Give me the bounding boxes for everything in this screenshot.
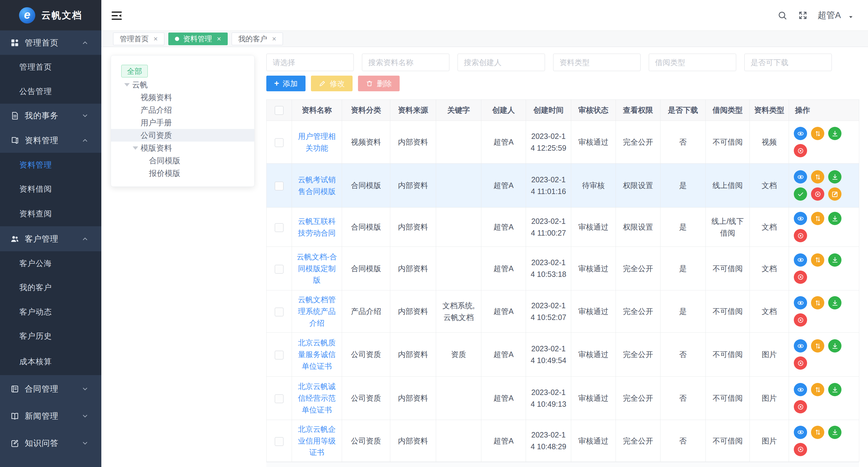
delete-row-button[interactable] — [794, 313, 807, 327]
tree-node[interactable]: 云帆 — [111, 78, 254, 91]
approve-button[interactable] — [794, 188, 807, 201]
row-checkbox[interactable] — [275, 223, 283, 232]
edit-button[interactable]: 修改 — [311, 76, 352, 91]
search-icon[interactable] — [777, 10, 788, 21]
tree-node[interactable]: 公司资质 — [111, 129, 254, 142]
delete-row-button[interactable] — [794, 443, 807, 456]
download-button[interactable] — [828, 127, 841, 140]
row-checkbox[interactable] — [275, 437, 283, 446]
download-button[interactable] — [828, 170, 841, 184]
tree-node[interactable]: 合同模版 — [111, 154, 254, 167]
chevron-down-icon[interactable] — [847, 13, 854, 20]
adjust-button[interactable] — [811, 170, 824, 184]
adjust-button[interactable] — [811, 296, 824, 309]
tab-my-customers[interactable]: 我的客户× — [231, 33, 283, 45]
tree-caret-icon[interactable] — [133, 146, 141, 150]
chevron-down-icon — [82, 112, 89, 119]
view-button[interactable] — [794, 426, 807, 439]
filter-creator-search[interactable] — [458, 54, 545, 71]
tab-close-icon[interactable]: × — [217, 35, 221, 43]
adjust-button[interactable] — [811, 127, 824, 140]
view-button[interactable] — [794, 127, 807, 140]
download-button[interactable] — [828, 339, 841, 353]
view-button[interactable] — [794, 170, 807, 184]
adjust-button[interactable] — [811, 339, 824, 353]
view-button[interactable] — [794, 296, 807, 309]
delete-row-button[interactable] — [794, 144, 807, 157]
sidebar-item-my-customers[interactable]: 我的客户 — [0, 275, 101, 300]
adjust-button[interactable] — [811, 212, 824, 225]
sidebar-item-document-management[interactable]: 资料管理 — [0, 128, 101, 153]
tree-caret-icon[interactable] — [124, 83, 132, 87]
delete-row-button[interactable] — [811, 188, 824, 201]
filter-doc-name-search[interactable] — [362, 54, 450, 71]
sidebar-item-customer-history[interactable]: 客户历史 — [0, 324, 101, 348]
tree-node[interactable]: 用户手册 — [111, 116, 254, 129]
download-button[interactable] — [828, 254, 841, 267]
delete-row-button[interactable] — [794, 229, 807, 242]
doc-name-link[interactable]: 云帆文档-合同模版定制版 — [297, 253, 337, 285]
download-button[interactable] — [828, 212, 841, 225]
doc-name-link[interactable]: 云帆考试销售合同模版 — [298, 175, 336, 196]
view-button[interactable] — [794, 212, 807, 225]
user-menu[interactable]: 超管A — [818, 9, 841, 22]
filter-downloadable-select[interactable] — [744, 54, 832, 71]
add-button[interactable]: + 添加 — [266, 76, 306, 91]
tab-close-icon[interactable]: × — [154, 35, 158, 43]
select-all-checkbox[interactable] — [275, 106, 283, 115]
sidebar-item-announcement-management[interactable]: 公告管理 — [0, 79, 101, 104]
download-button[interactable] — [828, 296, 841, 309]
tree-node[interactable]: 模版资料 — [111, 142, 254, 154]
edit-row-button[interactable] — [828, 188, 841, 201]
sidebar-item-document-borrow[interactable]: 资料借阅 — [0, 177, 101, 201]
tree-node[interactable]: 报价模版 — [111, 167, 254, 179]
tab-admin-home[interactable]: 管理首页× — [113, 33, 164, 45]
filter-doc-type-select[interactable] — [553, 54, 641, 71]
delete-row-button[interactable] — [794, 271, 807, 284]
sidebar-item-admin-home[interactable]: 管理首页 — [0, 30, 101, 55]
delete-button[interactable]: 删除 — [358, 76, 400, 91]
adjust-button[interactable] — [811, 426, 824, 439]
tree-all-button[interactable]: 全部 — [121, 65, 148, 77]
sidebar-item-cost-accounting[interactable]: 成本核算 — [0, 348, 101, 375]
row-checkbox[interactable] — [275, 182, 283, 191]
doc-name-link[interactable]: 北京云帆企业信用等级证书 — [298, 425, 336, 457]
view-button[interactable] — [794, 254, 807, 267]
tree-node[interactable]: 视频资料 — [111, 91, 254, 104]
row-checkbox[interactable] — [275, 308, 283, 316]
filter-borrow-type-select[interactable] — [649, 54, 736, 71]
download-button[interactable] — [828, 383, 841, 396]
sidebar-item-customer-activity[interactable]: 客户动态 — [0, 300, 101, 324]
row-checkbox[interactable] — [275, 394, 283, 403]
doc-name-link[interactable]: 云帆互联科技劳动合同 — [298, 217, 336, 237]
sidebar-item-customer-management[interactable]: 客户管理 — [0, 226, 101, 251]
doc-name-link[interactable]: 北京云帆质量服务诚信单位证书 — [298, 338, 336, 370]
tab-document-management[interactable]: 资料管理× — [168, 33, 228, 45]
sidebar-item-admin-home[interactable]: 管理首页 — [0, 55, 101, 79]
filter-category-select[interactable] — [266, 54, 354, 71]
sidebar-item-customer-pool[interactable]: 客户公海 — [0, 251, 101, 275]
delete-row-button[interactable] — [794, 400, 807, 413]
sidebar-item-news-management[interactable]: 新闻管理 — [0, 403, 101, 430]
tree-node[interactable]: 产品介绍 — [111, 104, 254, 116]
view-button[interactable] — [794, 339, 807, 353]
download-button[interactable] — [828, 426, 841, 439]
delete-row-button[interactable] — [794, 357, 807, 370]
row-checkbox[interactable] — [275, 138, 283, 147]
sidebar-item-contract-management[interactable]: 合同管理 — [0, 375, 101, 403]
collapse-menu-icon[interactable] — [111, 10, 123, 22]
doc-name-link[interactable]: 北京云帆诚信经营示范单位证书 — [298, 382, 336, 414]
adjust-button[interactable] — [811, 254, 824, 267]
sidebar-item-document-management[interactable]: 资料管理 — [0, 153, 101, 177]
sidebar-item-knowledge-qa[interactable]: 知识问答 — [0, 430, 101, 457]
row-checkbox[interactable] — [275, 351, 283, 360]
fullscreen-icon[interactable] — [797, 10, 809, 21]
doc-name-link[interactable]: 云帆文档管理系统产品介绍 — [298, 295, 336, 327]
doc-name-link[interactable]: 用户管理相关功能 — [298, 132, 336, 152]
sidebar-item-document-view[interactable]: 资料查阅 — [0, 201, 101, 226]
view-button[interactable] — [794, 383, 807, 396]
tab-close-icon[interactable]: × — [272, 35, 276, 43]
sidebar-item-my-tasks[interactable]: 我的事务 — [0, 104, 101, 128]
adjust-button[interactable] — [811, 383, 824, 396]
row-checkbox[interactable] — [275, 265, 283, 274]
